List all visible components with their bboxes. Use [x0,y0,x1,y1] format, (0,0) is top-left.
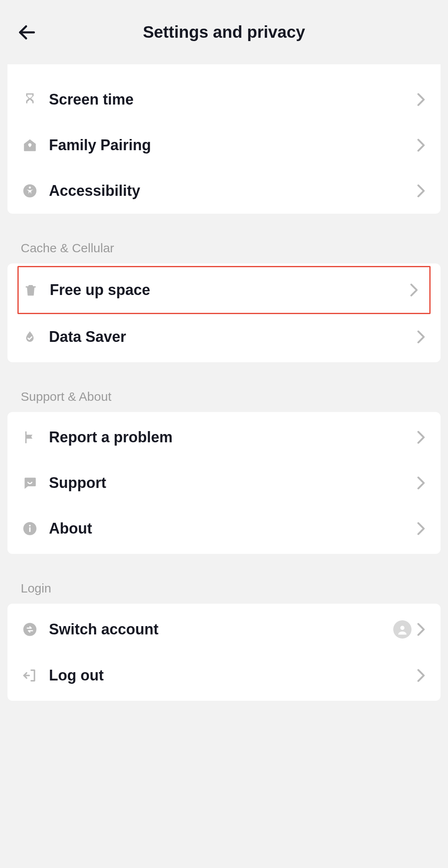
row-data-saver[interactable]: Data Saver [7,314,441,360]
chat-smile-icon [22,475,38,491]
row-label: Family Pairing [49,137,416,154]
section-header-login: Login [0,569,448,604]
section-header-cache: Cache & Cellular [0,229,448,263]
chevron-right-icon [409,285,419,295]
chevron-right-icon [416,432,426,443]
trash-icon [22,282,39,298]
arrow-left-icon [17,22,37,43]
chevron-right-icon [416,185,426,196]
switch-account-icon [22,621,38,638]
data-drop-icon [22,329,38,345]
section-header-support: Support & About [0,377,448,412]
row-label: Report a problem [49,429,416,446]
avatar-icon [393,620,411,639]
svg-point-2 [29,187,31,189]
settings-card-login: Switch account Log out [7,604,441,701]
chevron-right-icon [416,140,426,151]
row-free-up-space[interactable]: Free up space [19,267,429,313]
chevron-right-icon [416,624,426,635]
row-support[interactable]: Support [7,460,441,506]
page-title: Settings and privacy [0,23,448,41]
info-icon [22,520,38,537]
row-about[interactable]: About [7,506,441,551]
chevron-right-icon [416,670,426,681]
row-accessibility[interactable]: Accessibility [7,168,441,214]
logout-icon [22,667,38,684]
accessibility-icon [22,183,38,199]
settings-card-cache: Free up space Data Saver [7,263,441,362]
chevron-right-icon [416,94,426,105]
svg-point-5 [29,525,31,527]
svg-rect-4 [29,527,30,532]
chevron-right-icon [416,478,426,488]
row-label: About [49,520,416,537]
row-switch-account[interactable]: Switch account [7,606,441,653]
settings-card-support: Report a problem Support About [7,412,441,554]
home-heart-icon [22,137,38,154]
row-report-problem[interactable]: Report a problem [7,414,441,460]
row-label: Log out [49,667,416,684]
row-label: Data Saver [49,328,416,346]
row-label: Support [49,474,416,492]
header-bar: Settings and privacy [0,0,448,64]
chevron-right-icon [416,332,426,342]
row-log-out[interactable]: Log out [7,653,441,698]
svg-point-6 [23,623,37,636]
back-button[interactable] [15,20,39,45]
row-label: Free up space [50,281,409,299]
hourglass-icon [22,91,38,108]
row-label: Switch account [49,621,393,638]
svg-point-7 [400,626,404,630]
row-family-pairing[interactable]: Family Pairing [7,122,441,168]
settings-card-wellbeing: Screen time Family Pairing Accessibility [7,64,441,214]
row-screen-time[interactable]: Screen time [7,77,441,122]
row-label: Accessibility [49,182,416,200]
highlighted-row-box: Free up space [17,266,431,314]
chevron-right-icon [416,523,426,534]
row-label: Screen time [49,91,416,108]
flag-icon [22,429,38,446]
